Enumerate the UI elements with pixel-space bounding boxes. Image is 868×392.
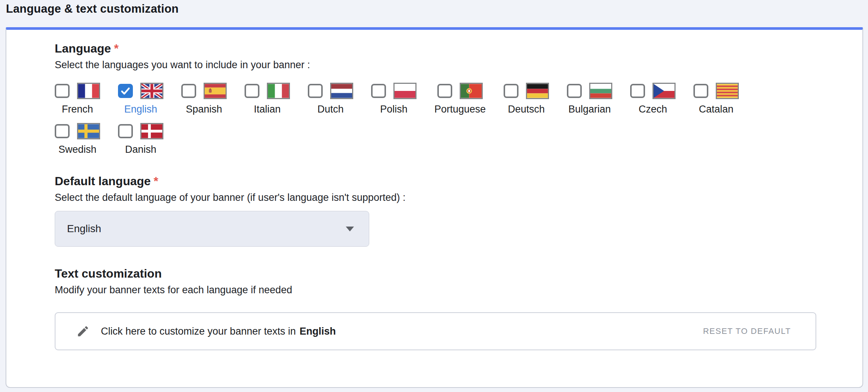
flag-italy-icon bbox=[267, 83, 290, 99]
language-label: Portuguese bbox=[434, 103, 486, 116]
settings-card: Language* Select the languages you want … bbox=[6, 27, 863, 388]
flag-czech-republic-icon bbox=[652, 83, 676, 99]
language-checkbox[interactable] bbox=[245, 84, 259, 98]
language-checkbox[interactable] bbox=[567, 84, 582, 98]
language-option-french[interactable]: French bbox=[55, 83, 100, 116]
text-customization-subtitle: Modify your banner texts for each langua… bbox=[55, 283, 821, 297]
default-language-title: Default language bbox=[55, 174, 151, 188]
language-label: French bbox=[62, 103, 93, 116]
language-row-1: French English Spanish bbox=[55, 83, 821, 116]
language-option-spanish[interactable]: Spanish bbox=[181, 83, 227, 116]
language-checkbox[interactable] bbox=[630, 84, 645, 98]
language-checkbox[interactable] bbox=[504, 84, 518, 98]
language-checkbox-grid: French English Spanish bbox=[55, 83, 821, 156]
language-checkbox[interactable] bbox=[181, 84, 196, 98]
flag-sweden-icon bbox=[77, 123, 100, 139]
flag-spain-icon bbox=[204, 83, 227, 99]
language-label: Polish bbox=[380, 103, 408, 116]
customize-banner-texts-row[interactable]: Click here to customize your banner text… bbox=[55, 312, 816, 350]
required-asterisk: * bbox=[154, 174, 158, 188]
language-checkbox[interactable] bbox=[55, 124, 70, 138]
language-option-danish[interactable]: Danish bbox=[118, 123, 163, 156]
language-option-english[interactable]: English bbox=[118, 83, 163, 116]
language-label: Dutch bbox=[317, 103, 344, 116]
language-option-polish[interactable]: Polish bbox=[371, 83, 417, 116]
language-label: Czech bbox=[639, 103, 667, 116]
text-customization-heading: Text customization bbox=[55, 266, 821, 281]
default-language-subtitle: Select the default language of your bann… bbox=[55, 191, 821, 204]
flag-denmark-icon bbox=[140, 123, 163, 139]
language-label: Spanish bbox=[186, 103, 222, 116]
flag-united-kingdom-icon bbox=[140, 83, 163, 99]
language-option-catalan[interactable]: Catalan bbox=[693, 83, 739, 116]
language-label: Bulgarian bbox=[568, 103, 611, 116]
customize-language-text: English bbox=[300, 326, 336, 337]
language-option-bulgarian[interactable]: Bulgarian bbox=[567, 83, 612, 116]
page-title: Language & text customization bbox=[6, 2, 179, 16]
edit-pencil-icon bbox=[76, 325, 90, 338]
default-language-heading: Default language* bbox=[55, 174, 821, 189]
language-checkbox[interactable] bbox=[118, 124, 133, 138]
default-language-select[interactable]: English bbox=[55, 211, 369, 247]
language-option-portuguese[interactable]: Portuguese bbox=[434, 83, 486, 116]
language-label: Italian bbox=[254, 103, 281, 116]
flag-portugal-icon bbox=[460, 83, 483, 99]
language-label: Danish bbox=[125, 143, 156, 156]
language-option-dutch[interactable]: Dutch bbox=[308, 83, 353, 116]
language-section-heading: Language* bbox=[55, 41, 821, 56]
language-option-deutsch[interactable]: Deutsch bbox=[504, 83, 549, 116]
checkmark-icon bbox=[120, 85, 131, 97]
language-option-czech[interactable]: Czech bbox=[630, 83, 676, 116]
flag-germany-icon bbox=[526, 83, 549, 99]
customize-prefix-text: Click here to customize your banner text… bbox=[101, 326, 296, 337]
language-label: Deutsch bbox=[508, 103, 545, 116]
flag-netherlands-icon bbox=[330, 83, 353, 99]
language-section-title: Language bbox=[55, 42, 111, 55]
language-checkbox[interactable] bbox=[693, 84, 708, 98]
language-checkbox[interactable] bbox=[55, 84, 70, 98]
language-checkbox[interactable] bbox=[371, 84, 386, 98]
default-language-selected-value: English bbox=[67, 223, 346, 235]
reset-to-default-button[interactable]: RESET TO DEFAULT bbox=[703, 326, 791, 336]
language-label: Swedish bbox=[58, 143, 96, 156]
language-section-subtitle: Select the languages you want to include… bbox=[55, 58, 821, 72]
language-label: English bbox=[124, 103, 157, 116]
flag-catalonia-icon bbox=[716, 83, 739, 99]
language-checkbox[interactable] bbox=[118, 84, 133, 98]
flag-france-icon bbox=[77, 83, 100, 99]
customize-banner-texts-label: Click here to customize your banner text… bbox=[101, 326, 703, 337]
language-row-2: Swedish Danish bbox=[55, 123, 821, 156]
flag-bulgaria-icon bbox=[589, 83, 612, 99]
language-checkbox[interactable] bbox=[308, 84, 323, 98]
language-option-swedish[interactable]: Swedish bbox=[55, 123, 100, 156]
flag-poland-icon bbox=[393, 83, 417, 99]
language-label: Catalan bbox=[699, 103, 734, 116]
chevron-down-icon bbox=[346, 227, 354, 231]
language-checkbox[interactable] bbox=[437, 84, 452, 98]
required-asterisk: * bbox=[114, 42, 118, 55]
language-option-italian[interactable]: Italian bbox=[245, 83, 290, 116]
